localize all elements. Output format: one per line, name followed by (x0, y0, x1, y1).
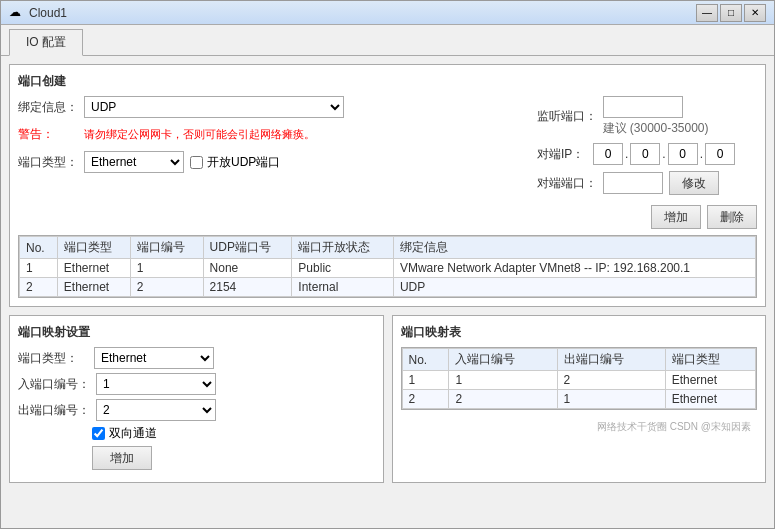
map-col-out: 出端口编号 (557, 349, 665, 371)
delete-button[interactable]: 删除 (707, 205, 757, 229)
tab-bar: IO 配置 (1, 25, 774, 56)
port-create-body: 绑定信息： UDP 警告： 请勿绑定公网网卡，否则可能会引起网络瘫痪。 端口类型… (18, 96, 757, 229)
port-mapping-settings: 端口映射设置 端口类型： Ethernet 入端口编号： 1 2 出端口编号： (9, 315, 384, 483)
bind-label: 绑定信息： (18, 99, 78, 116)
listen-port-row: 监听端口： 30000 建议 (30000-35000) (537, 96, 757, 137)
port-table: No. 端口类型 端口编号 UDP端口号 端口开放状态 绑定信息 1Ethern… (19, 236, 756, 297)
peer-port-input[interactable]: 0 (603, 172, 663, 194)
map-port-type-row: 端口类型： Ethernet (18, 347, 375, 369)
minimize-button[interactable]: — (696, 4, 718, 22)
col-port-num: 端口编号 (130, 237, 203, 259)
mapping-table-title: 端口映射表 (401, 324, 758, 341)
out-port-select[interactable]: 2 1 (96, 399, 216, 421)
map-col-in: 入端口编号 (449, 349, 557, 371)
bind-select[interactable]: UDP (84, 96, 344, 118)
window-controls: — □ ✕ (696, 4, 766, 22)
port-type-label: 端口类型： (18, 154, 78, 171)
table-cell-0: 2 (20, 278, 58, 297)
in-port-label: 入端口编号： (18, 376, 90, 393)
listen-port-input[interactable]: 30000 (603, 96, 683, 118)
in-port-row: 入端口编号： 1 2 (18, 373, 375, 395)
bidirectional-label[interactable]: 双向通道 (92, 425, 157, 442)
port-type-row: 端口类型： Ethernet 开放UDP端口 (18, 151, 521, 173)
right-column: 监听端口： 30000 建议 (30000-35000) 对端IP： (537, 96, 757, 229)
main-window: ☁ Cloud1 — □ ✕ IO 配置 端口创建 绑定信息： UDP (0, 0, 775, 529)
listen-col: 30000 建议 (30000-35000) (603, 96, 709, 137)
map-cell-0: 2 (402, 390, 449, 409)
in-port-select[interactable]: 1 2 (96, 373, 216, 395)
ip-octet-3[interactable] (668, 143, 698, 165)
bidirectional-text: 双向通道 (109, 425, 157, 442)
warning-text: 请勿绑定公网网卡，否则可能会引起网络瘫痪。 (84, 127, 315, 142)
col-bind-info: 绑定信息 (393, 237, 755, 259)
map-cell-3: Ethernet (665, 390, 755, 409)
tab-io-config[interactable]: IO 配置 (9, 29, 83, 56)
mapping-settings-title: 端口映射设置 (18, 324, 375, 341)
open-udp-text: 开放UDP端口 (207, 154, 280, 171)
mapping-add-button[interactable]: 增加 (92, 446, 152, 470)
table-cell-3: None (203, 259, 292, 278)
bind-info-row: 绑定信息： UDP (18, 96, 521, 118)
open-udp-label[interactable]: 开放UDP端口 (190, 154, 280, 171)
mapping-table: No. 入端口编号 出端口编号 端口类型 112Ethernet221Ether… (402, 348, 757, 409)
maximize-button[interactable]: □ (720, 4, 742, 22)
table-cell-4: Public (292, 259, 394, 278)
peer-ip-row: 对端IP： . . . (537, 143, 757, 165)
table-row[interactable]: 221Ethernet (402, 390, 756, 409)
table-cell-5: VMware Network Adapter VMnet8 -- IP: 192… (393, 259, 755, 278)
map-cell-1: 2 (449, 390, 557, 409)
mapping-table-area: No. 入端口编号 出端口编号 端口类型 112Ethernet221Ether… (401, 347, 758, 410)
ip-octet-1[interactable] (593, 143, 623, 165)
port-mapping-table-section: 端口映射表 No. 入端口编号 出端口编号 端口类型 112Ether (392, 315, 767, 483)
left-column: 绑定信息： UDP 警告： 请勿绑定公网网卡，否则可能会引起网络瘫痪。 端口类型… (18, 96, 521, 177)
table-cell-3: 2154 (203, 278, 292, 297)
peer-port-row: 对端端口： 0 修改 (537, 171, 757, 195)
bottom-section: 端口映射设置 端口类型： Ethernet 入端口编号： 1 2 出端口编号： (9, 315, 766, 483)
peer-port-label: 对端端口： (537, 175, 597, 192)
action-buttons: 增加 删除 (537, 205, 757, 229)
warning-label: 警告： (18, 126, 78, 143)
map-cell-2: 2 (557, 371, 665, 390)
col-open-state: 端口开放状态 (292, 237, 394, 259)
out-port-label: 出端口编号： (18, 402, 90, 419)
title-bar: ☁ Cloud1 — □ ✕ (1, 1, 774, 25)
table-row[interactable]: 112Ethernet (402, 371, 756, 390)
bidirectional-checkbox[interactable] (92, 427, 105, 440)
ip-octet-2[interactable] (630, 143, 660, 165)
close-button[interactable]: ✕ (744, 4, 766, 22)
map-col-type: 端口类型 (665, 349, 755, 371)
table-row[interactable]: 1Ethernet1NonePublicVMware Network Adapt… (20, 259, 756, 278)
map-port-type-label: 端口类型： (18, 350, 88, 367)
table-cell-1: Ethernet (57, 278, 130, 297)
map-cell-0: 1 (402, 371, 449, 390)
col-type: 端口类型 (57, 237, 130, 259)
app-icon: ☁ (9, 5, 25, 21)
port-type-select[interactable]: Ethernet (84, 151, 184, 173)
peer-ip-label: 对端IP： (537, 146, 587, 163)
table-cell-5: UDP (393, 278, 755, 297)
port-table-area: No. 端口类型 端口编号 UDP端口号 端口开放状态 绑定信息 1Ethern… (18, 235, 757, 298)
table-row[interactable]: 2Ethernet22154InternalUDP (20, 278, 756, 297)
col-no: No. (20, 237, 58, 259)
add-button[interactable]: 增加 (651, 205, 701, 229)
open-udp-checkbox[interactable] (190, 156, 203, 169)
mapping-add-row: 增加 (92, 446, 375, 470)
modify-button[interactable]: 修改 (669, 171, 719, 195)
table-cell-2: 1 (130, 259, 203, 278)
map-cell-1: 1 (449, 371, 557, 390)
watermark: 网络技术干货圈 CSDN @宋知因素 (401, 418, 758, 436)
suggest-text: 建议 (30000-35000) (603, 120, 709, 137)
table-cell-0: 1 (20, 259, 58, 278)
window-title: Cloud1 (29, 6, 696, 20)
port-create-title: 端口创建 (18, 73, 757, 90)
out-port-row: 出端口编号： 2 1 (18, 399, 375, 421)
map-cell-3: Ethernet (665, 371, 755, 390)
map-port-type-select[interactable]: Ethernet (94, 347, 214, 369)
ip-octet-4[interactable] (705, 143, 735, 165)
port-create-section: 端口创建 绑定信息： UDP 警告： 请勿绑定公网网卡，否则可能会引起网络瘫痪。 (9, 64, 766, 307)
col-udp-port: UDP端口号 (203, 237, 292, 259)
warning-row: 警告： 请勿绑定公网网卡，否则可能会引起网络瘫痪。 (18, 126, 521, 143)
table-header-row: No. 端口类型 端口编号 UDP端口号 端口开放状态 绑定信息 (20, 237, 756, 259)
bidirectional-row: 双向通道 (92, 425, 375, 442)
table-cell-4: Internal (292, 278, 394, 297)
